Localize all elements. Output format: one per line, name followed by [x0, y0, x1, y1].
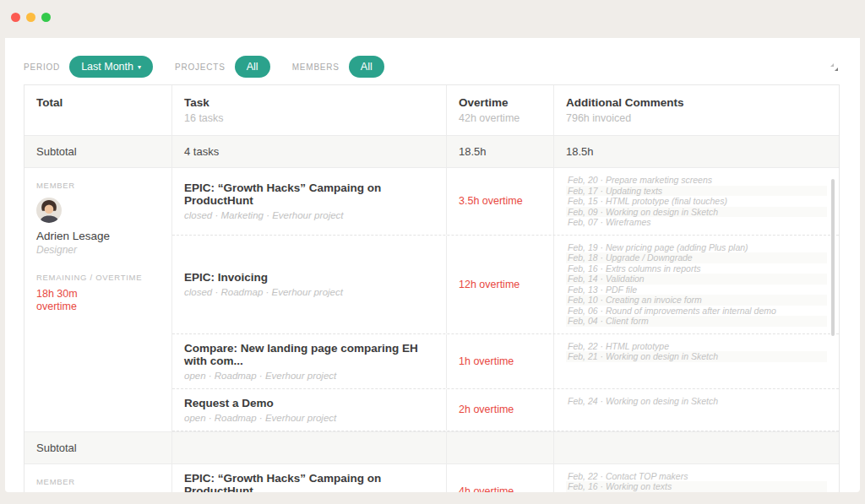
- subtotal-row: Subtotal: [24, 432, 839, 464]
- task-comments: Feb, 24 · Working on desing in Sketch: [554, 389, 839, 431]
- header-comments-subtitle: 796h invoiced: [566, 112, 827, 124]
- members-label: MEMBERS: [292, 62, 340, 72]
- task-title[interactable]: EPIC: Invoicing: [184, 271, 343, 284]
- subtotal-comments: [554, 432, 839, 463]
- comment-line: Feb, 15 · HTML prototype (final touches): [566, 196, 827, 207]
- header-total: Total: [24, 85, 172, 135]
- subtotal-overtime: [447, 432, 554, 463]
- task-meta: open · Roadmap · Everhour project: [184, 413, 336, 423]
- header-overtime-subtitle: 42h overtime: [459, 112, 541, 124]
- comment-line: Feb, 06 · Round of improvements after in…: [566, 306, 827, 317]
- task-info: EPIC: “Growth Hacks” Campaing on Product…: [184, 182, 434, 220]
- task-overtime: 4h overtime: [447, 464, 554, 493]
- header-task-subtitle: 16 tasks: [184, 112, 434, 124]
- projects-value: All: [247, 62, 258, 73]
- header-comments: Additional Comments 796h invoiced: [554, 85, 839, 135]
- comment-line: Feb, 09 · Working on design in Sketch: [566, 207, 827, 218]
- comment-line: Feb, 10 · Creating an invoice form: [566, 295, 827, 306]
- comments-scrollbar[interactable]: [831, 179, 835, 336]
- member-cell: MEMBERAdrien LesageDesignerREMAINING / O…: [24, 168, 172, 431]
- task-title[interactable]: Compare: New landing page comparing EH w…: [184, 342, 434, 367]
- remaining-overtime-value: 18h 30m: [36, 288, 160, 300]
- member-label: MEMBER: [36, 477, 160, 486]
- report-table: Total Task 16 tasks Overtime 42h overtim…: [24, 84, 840, 492]
- members-value: All: [361, 62, 373, 73]
- task-meta: closed · Roadmap · Everhour project: [184, 287, 343, 297]
- subtotal-tasks: 4 tasks: [172, 136, 447, 167]
- comment-line: Feb, 07 · Wireframes: [566, 217, 827, 228]
- task-title[interactable]: EPIC: “Growth Hacks” Campaing on Product…: [184, 182, 434, 207]
- task-title[interactable]: EPIC: “Growth Hacks” Campaing on Product…: [184, 472, 434, 493]
- subtotal-row: Subtotal4 tasks18.5h18.5h: [24, 136, 839, 168]
- tasks-column: EPIC: “Growth Hacks” Campaing on Product…: [172, 464, 839, 493]
- resize-icon[interactable]: [825, 58, 843, 76]
- task-cell: EPIC: “Growth Hacks” Campaing on Product…: [172, 464, 447, 493]
- task-info: Request a Demoopen · Roadmap · Everhour …: [184, 397, 336, 423]
- members-filter-button[interactable]: All: [349, 56, 384, 79]
- task-row: EPIC: Invoicingclosed · Roadmap · Everho…: [172, 236, 839, 334]
- comment-line: Feb, 04 · Client form: [566, 316, 827, 327]
- task-meta: open · Roadmap · Everhour project: [184, 371, 434, 381]
- member-role: Designer: [36, 244, 160, 256]
- header-task: Task 16 tasks: [172, 85, 447, 135]
- comment-line: Feb, 17 · Updating texts: [566, 186, 827, 197]
- task-overtime: 12h overtime: [447, 236, 554, 333]
- minimize-window-button[interactable]: [26, 13, 35, 22]
- comment-line: Feb, 16 · Extrs columns in reports: [566, 263, 827, 274]
- header-overtime: Overtime 42h overtime: [447, 85, 554, 135]
- task-row: EPIC: “Growth Hacks” Campaing on Product…: [172, 168, 839, 236]
- comment-line: Feb, 20 · Prepare marketing screens: [566, 175, 827, 186]
- avatar: [36, 198, 62, 223]
- zoom-window-button[interactable]: [41, 13, 51, 22]
- task-comments: Feb, 22 · HTML prototypeFeb, 21 · Workin…: [554, 334, 839, 388]
- task-row: EPIC: “Growth Hacks” Campaing on Product…: [172, 464, 839, 493]
- comment-line: Feb, 18 · Upgrade / Downgrade: [566, 252, 827, 263]
- task-cell: EPIC: “Growth Hacks” Campaing on Product…: [172, 168, 447, 235]
- subtotal-tasks: [172, 432, 447, 463]
- window-controls: [11, 13, 51, 22]
- task-info: Compare: New landing page comparing EH w…: [184, 342, 434, 381]
- tasks-column: EPIC: “Growth Hacks” Campaing on Product…: [172, 168, 839, 431]
- comment-line: Feb, 13 · PDF file: [566, 285, 827, 295]
- task-comments: Feb, 19 · New pricing page (adding Plus …: [554, 236, 839, 333]
- task-info: EPIC: “Growth Hacks” Campaing on Product…: [184, 472, 434, 493]
- period-value: Last Month: [81, 62, 133, 73]
- member-group: MEMBERAdrien LesageDesignerREMAINING / O…: [24, 168, 839, 432]
- period-filter-button[interactable]: Last Month ▾: [69, 56, 153, 79]
- window-titlebar: [0, 0, 865, 38]
- task-meta: closed · Marketing · Everhour project: [184, 210, 434, 220]
- close-window-button[interactable]: [11, 13, 20, 22]
- subtotal-label: Subtotal: [24, 432, 172, 463]
- comment-line: Feb, 22 · Contact TOP makers: [566, 471, 827, 482]
- task-cell: EPIC: Invoicingclosed · Roadmap · Everho…: [172, 236, 447, 333]
- task-comments: Feb, 22 · Contact TOP makersFeb, 16 · Wo…: [554, 464, 839, 493]
- task-cell: Compare: New landing page comparing EH w…: [172, 334, 447, 388]
- comment-line: Feb, 14 · Validation: [566, 274, 827, 285]
- header-task-title: Task: [184, 96, 434, 109]
- projects-filter-button[interactable]: All: [235, 56, 270, 79]
- member-group: MEMBERJulien KernechMarketing ManagerEPI…: [24, 464, 839, 493]
- member-name: Adrien Lesage: [36, 230, 160, 242]
- period-label: PERIOD: [24, 62, 60, 72]
- comment-line: Feb, 22 · HTML prototype: [566, 341, 827, 352]
- subtotal-label: Subtotal: [24, 136, 172, 167]
- member-label: MEMBER: [36, 181, 160, 190]
- comment-line: Feb, 24 · Working on desing in Sketch: [566, 396, 827, 407]
- member-cell: MEMBERJulien KernechMarketing Manager: [24, 464, 172, 493]
- table-header-row: Total Task 16 tasks Overtime 42h overtim…: [24, 85, 839, 136]
- comment-line: Feb, 16 · Working on texts: [566, 481, 827, 492]
- comment-line: Feb, 19 · New pricing page (adding Plus …: [566, 242, 827, 253]
- comment-line: Feb, 21 · Working on design in Sketch: [566, 351, 827, 362]
- dropdown-caret-icon: ▾: [138, 64, 141, 71]
- task-info: EPIC: Invoicingclosed · Roadmap · Everho…: [184, 271, 343, 297]
- remaining-overtime-unit: overtime: [36, 301, 160, 312]
- task-cell: Request a Demoopen · Roadmap · Everhour …: [172, 389, 447, 431]
- task-comments: Feb, 20 · Prepare marketing screensFeb, …: [554, 168, 839, 235]
- task-overtime: 3.5h overtime: [447, 168, 554, 235]
- task-row: Request a Demoopen · Roadmap · Everhour …: [172, 389, 839, 431]
- remaining-overtime-label: REMAINING / OVERTIME: [36, 273, 160, 282]
- task-title[interactable]: Request a Demo: [184, 397, 336, 409]
- filter-bar: PERIOD Last Month ▾ PROJECTS All MEMBERS…: [5, 38, 860, 79]
- task-overtime: 2h overtime: [447, 389, 554, 431]
- subtotal-comments: 18.5h: [554, 136, 839, 167]
